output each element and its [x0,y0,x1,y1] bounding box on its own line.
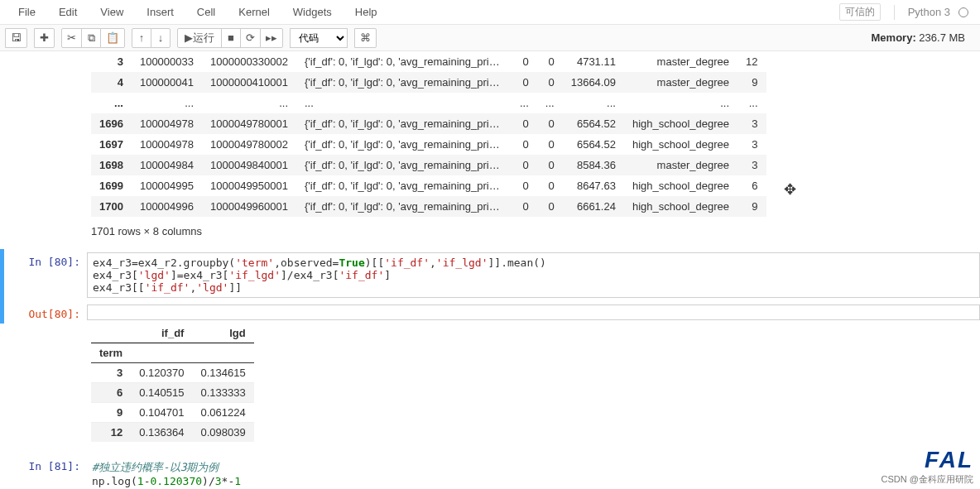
row-index: 9 [91,403,131,423]
copy-button[interactable]: ⧉ [81,28,101,48]
cell: 9 [737,72,766,93]
cell: 6564.52 [563,113,624,134]
cell-type-select[interactable]: 代码 [290,28,348,48]
cell: high_school_degree [624,196,737,217]
cell: 0 [537,113,563,134]
cell: {'if_df': 0, 'if_lgd': 0, 'avg_remaining… [296,134,512,155]
cell: master_degree [624,51,737,72]
cell: 0.140515 [131,383,192,403]
cell: 1000049840001 [202,155,296,175]
add-cell-button[interactable]: ✚ [34,28,55,48]
output-cell-80: Out[80]: [0,301,980,324]
cell: 12 [737,51,766,72]
toolbar: 🖫 ✚ ✂ ⧉ 📋 ↑ ↓ ▶ 运行 ■ ⟳ ▸▸ 代码 ⌘ Memory: 2… [0,25,980,51]
cell: 8647.63 [563,175,624,196]
out-prompt: Out[80]: [4,304,87,320]
cell: 1000049780002 [202,134,296,155]
menu-widgets[interactable]: Widgets [281,2,343,22]
row-index: 1699 [91,175,132,196]
cell: 0 [512,72,537,93]
memory-indicator: Memory: 236.7 MB [872,31,975,44]
table-row: ........................... [91,93,766,113]
table-row: 120.1363640.098039 [91,423,254,443]
cell: ... [624,93,737,113]
menu-help[interactable]: Help [343,2,389,22]
cell: ... [512,93,537,113]
cell: ... [537,93,563,113]
cell: 100004996 [132,196,202,217]
cell: 0.104701 [131,403,192,423]
cell: 0 [512,196,537,217]
cell: 0.120370 [131,363,192,383]
table-row: 31000000331000000330002{'if_df': 0, 'if_… [91,51,766,72]
code-cell-80[interactable]: In [80]: ex4_r3=ex4_r2.groupby('term',ob… [0,249,980,301]
row-index: 3 [91,363,131,383]
table-row: 16971000049781000049780002{'if_df': 0, '… [91,134,766,155]
col-header: if_df [131,324,192,343]
paste-button[interactable]: 📋 [100,28,125,48]
table-row: 60.1405150.133333 [91,383,254,403]
notebook-area[interactable]: 31000000331000000330002{'if_df': 0, 'if_… [0,51,980,489]
menu-cell[interactable]: Cell [185,2,227,22]
cell: 0 [537,155,563,175]
cell: 0.136364 [131,423,192,443]
kernel-indicator-icon[interactable] [958,7,968,17]
dataframe-shape: 1701 rows × 8 columns [91,225,980,237]
table-row: 90.1047010.061224 [91,403,254,423]
run-all-button[interactable]: ▸▸ [260,28,283,48]
restart-button[interactable]: ⟳ [240,28,261,48]
cell: 0 [537,196,563,217]
cell: ... [202,93,296,113]
kernel-name[interactable]: Python 3 [908,6,950,18]
menu-edit[interactable]: Edit [47,2,89,22]
output-area [87,304,980,320]
trusted-badge[interactable]: 可信的 [839,3,881,21]
cell: 6564.52 [563,134,624,155]
code-input[interactable]: #独立违约概率-以3期为例 np.log(1-0.120370)/3*-1 [87,457,980,489]
cell: 0 [512,134,537,155]
cell: high_school_degree [624,175,737,196]
cell: 0 [512,51,537,72]
cell: 0 [512,113,537,134]
row-index: 1700 [91,196,132,217]
interrupt-button[interactable]: ■ [221,28,241,48]
cut-button[interactable]: ✂ [61,28,82,48]
table-row: 30.1203700.134615 [91,363,254,383]
menu-file[interactable]: File [7,2,47,22]
in-prompt: In [80]: [4,252,87,298]
cell: ... [563,93,624,113]
move-down-button[interactable]: ↓ [151,28,171,48]
memory-value: 236.7 MB [919,31,965,44]
menu-kernel[interactable]: Kernel [227,2,281,22]
code-input[interactable]: ex4_r3=ex4_r2.groupby('term',observed=Tr… [87,252,980,298]
table-row: 17001000049961000049960001{'if_df': 0, '… [91,196,766,217]
cell: 3 [737,155,766,175]
cell: 4731.11 [563,51,624,72]
cell: ... [737,93,766,113]
cell: 0 [537,51,563,72]
output-dataframe: if_df lgd term 30.1203700.13461560.14051… [91,324,254,442]
cell: {'if_df': 0, 'if_lgd': 0, 'avg_remaining… [296,155,512,175]
cell: 3 [737,113,766,134]
code-cell-81[interactable]: In [81]: #独立违约概率-以3期为例 np.log(1-0.120370… [0,453,980,489]
row-index: 12 [91,423,131,443]
cell: 1000049960001 [202,196,296,217]
cell: {'if_df': 0, 'if_lgd': 0, 'avg_remaining… [296,113,512,134]
menu-view[interactable]: View [89,2,135,22]
in-prompt: In [81]: [4,457,87,489]
cell: 1000000410001 [202,72,296,93]
cell: 1000049950001 [202,175,296,196]
index-name: term [91,343,131,363]
run-button[interactable]: ▶ 运行 [177,28,222,48]
cell: ... [296,93,512,113]
cell: 0 [537,72,563,93]
divider [894,5,895,20]
cell: {'if_df': 0, 'if_lgd': 0, 'avg_remaining… [296,196,512,217]
cell: 6661.24 [563,196,624,217]
menu-insert[interactable]: Insert [135,2,185,22]
command-palette-button[interactable]: ⌘ [354,28,377,48]
move-up-button[interactable]: ↑ [132,28,151,48]
cell: 9 [737,196,766,217]
cell: high_school_degree [624,113,737,134]
save-button[interactable]: 🖫 [5,28,27,48]
